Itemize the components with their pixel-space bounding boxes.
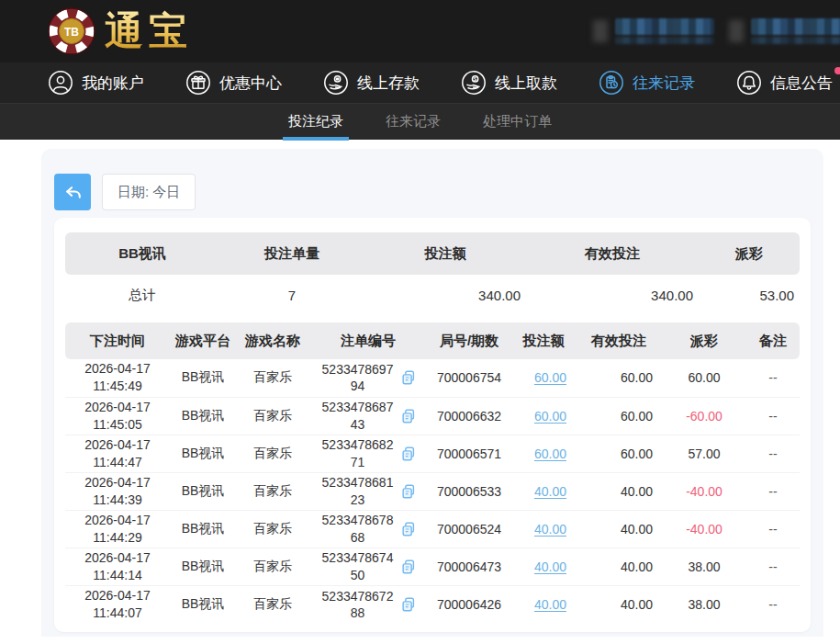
- remark-cell: --: [746, 548, 800, 585]
- copy-button[interactable]: [400, 408, 417, 424]
- copy-button[interactable]: [400, 483, 417, 500]
- bet-no: 523347867868: [320, 512, 396, 545]
- bet-no-cell: 523347868271: [309, 435, 427, 472]
- bet-no: 523347868743: [320, 399, 396, 432]
- records-card: BB视讯 投注单量 投注额 有效投注 派彩 总计 7 340.00 340.00…: [54, 218, 811, 632]
- user-icon: [48, 70, 73, 96]
- summary-table: BB视讯 投注单量 投注额 有效投注 派彩 总计 7 340.00 340.00…: [65, 232, 800, 315]
- tab-bet-records[interactable]: 投注纪录: [283, 104, 349, 141]
- bet-date: 2026-04-17: [65, 360, 170, 378]
- bet-time: 11:44:07: [65, 604, 170, 622]
- header-valid-bet: 有效投注: [576, 322, 662, 359]
- notification-badge: [834, 67, 840, 74]
- tab-transaction-records[interactable]: 往来记录: [380, 104, 446, 141]
- bet-date: 2026-04-17: [65, 549, 170, 567]
- copy-icon: [400, 521, 417, 537]
- bet-amount-cell: 40.00: [511, 548, 576, 585]
- bet-date: 2026-04-17: [65, 474, 170, 491]
- date-filter[interactable]: 日期: 今日: [102, 174, 196, 210]
- bet-amount-link[interactable]: 40.00: [534, 559, 566, 574]
- valid-bet-cell: 40.00: [576, 510, 662, 548]
- bet-amount-link[interactable]: 40.00: [534, 522, 566, 537]
- summary-total-row: 总计 7 340.00 340.00 53.00: [65, 275, 800, 315]
- nav-item-withdraw[interactable]: $ 线上取款: [461, 70, 557, 96]
- bet-no-cell: 523347867450: [309, 548, 427, 585]
- round-no-cell: 700006473: [427, 548, 511, 585]
- bet-date: 2026-04-17: [65, 399, 170, 416]
- summary-total-label: 总计: [65, 275, 219, 315]
- copy-button[interactable]: [400, 369, 417, 386]
- payout-cell: -40.00: [662, 510, 746, 548]
- copy-button[interactable]: [400, 559, 417, 575]
- table-row: 2026-04-17 11:44:14 BB视讯 百家乐 52334786745…: [65, 548, 800, 585]
- bet-date: 2026-04-17: [65, 587, 170, 604]
- header-bet-amount: 投注额: [511, 322, 576, 359]
- bet-no-cell: 523347869794: [309, 359, 427, 397]
- bet-no-cell: 523347867288: [309, 585, 427, 623]
- bet-no: 523347867450: [320, 549, 396, 582]
- nav-item-transaction-records[interactable]: 往来记录: [599, 70, 695, 96]
- copy-icon: [400, 483, 417, 500]
- summary-valid-bet: 340.00: [526, 275, 699, 315]
- nav-item-my-account[interactable]: 我的账户: [48, 70, 144, 96]
- copy-icon: [400, 596, 417, 613]
- bell-icon: [736, 70, 762, 96]
- nav-item-announcements[interactable]: 信息公告: [736, 70, 833, 96]
- records-icon: [599, 70, 624, 96]
- header-game-name: 游戏名称: [236, 322, 309, 359]
- tab-pending-orders[interactable]: 处理中订单: [477, 104, 557, 141]
- back-button[interactable]: [54, 174, 91, 210]
- platform-cell: BB视讯: [170, 397, 236, 435]
- main-nav: 我的账户 优惠中心 线上存款 $ 线上取款: [0, 62, 840, 103]
- nav-label: 线上存款: [357, 73, 420, 94]
- nav-item-promotions[interactable]: 优惠中心: [185, 70, 282, 96]
- payout-cell: 38.00: [662, 585, 746, 623]
- copy-icon: [400, 446, 417, 462]
- game-name-cell: 百家乐: [236, 435, 309, 472]
- bet-amount-cell: 60.00: [511, 435, 576, 472]
- game-name-cell: 百家乐: [236, 472, 309, 510]
- bet-amount-link[interactable]: 40.00: [534, 484, 566, 499]
- platform-cell: BB视讯: [170, 435, 236, 472]
- bet-time-cell: 2026-04-17 11:44:07: [65, 585, 170, 623]
- bets-header-row: 下注时间 游戏平台 游戏名称 注单编号 局号/期数 投注额 有效投注 派彩 备注: [65, 322, 800, 359]
- nav-item-deposit[interactable]: 线上存款: [323, 70, 420, 96]
- round-no-cell: 700006533: [427, 472, 511, 510]
- bet-amount-link[interactable]: 60.00: [534, 409, 566, 424]
- copy-button[interactable]: [400, 596, 417, 613]
- platform-cell: BB视讯: [170, 359, 236, 397]
- summary-bet-amount: 340.00: [364, 275, 526, 315]
- valid-bet-cell: 40.00: [576, 585, 662, 623]
- bet-amount-link[interactable]: 60.00: [534, 446, 566, 461]
- game-name-cell: 百家乐: [236, 359, 309, 397]
- bet-date: 2026-04-17: [65, 512, 170, 529]
- copy-icon: [400, 559, 417, 575]
- bet-no-cell: 523347867868: [309, 510, 427, 548]
- table-row: 2026-04-17 11:44:47 BB视讯 百家乐 52334786827…: [65, 435, 800, 472]
- top-bar: TB 通宝: [0, 0, 840, 62]
- bets-table: 下注时间 游戏平台 游戏名称 注单编号 局号/期数 投注额 有效投注 派彩 备注…: [65, 322, 800, 623]
- bet-amount-cell: 60.00: [511, 397, 576, 435]
- bet-time: 11:44:29: [65, 529, 170, 547]
- brand-logo[interactable]: TB 通宝: [48, 6, 193, 57]
- header-remark: 备注: [746, 322, 800, 359]
- copy-button[interactable]: [400, 446, 417, 462]
- summary-bet-count: 7: [219, 275, 364, 315]
- bet-amount-link[interactable]: 60.00: [534, 370, 566, 385]
- header-round-no: 局号/期数: [427, 322, 511, 359]
- bets-table-body: 2026-04-17 11:45:49 BB视讯 百家乐 52334786979…: [65, 359, 800, 623]
- redacted-icon: [729, 20, 744, 42]
- bet-amount-link[interactable]: 40.00: [534, 597, 566, 612]
- remark-cell: --: [746, 510, 800, 548]
- bet-time-cell: 2026-04-17 11:44:14: [65, 548, 170, 585]
- nav-label: 线上取款: [495, 73, 557, 94]
- copy-button[interactable]: [400, 521, 417, 537]
- game-name-cell: 百家乐: [236, 397, 309, 435]
- bet-time-cell: 2026-04-17 11:44:29: [65, 510, 170, 548]
- copy-icon: [400, 408, 417, 424]
- round-no-cell: 700006426: [427, 585, 511, 623]
- valid-bet-cell: 40.00: [576, 548, 662, 585]
- remark-cell: --: [746, 585, 800, 623]
- platform-cell: BB视讯: [170, 548, 236, 585]
- summary-header-payout: 派彩: [699, 232, 800, 275]
